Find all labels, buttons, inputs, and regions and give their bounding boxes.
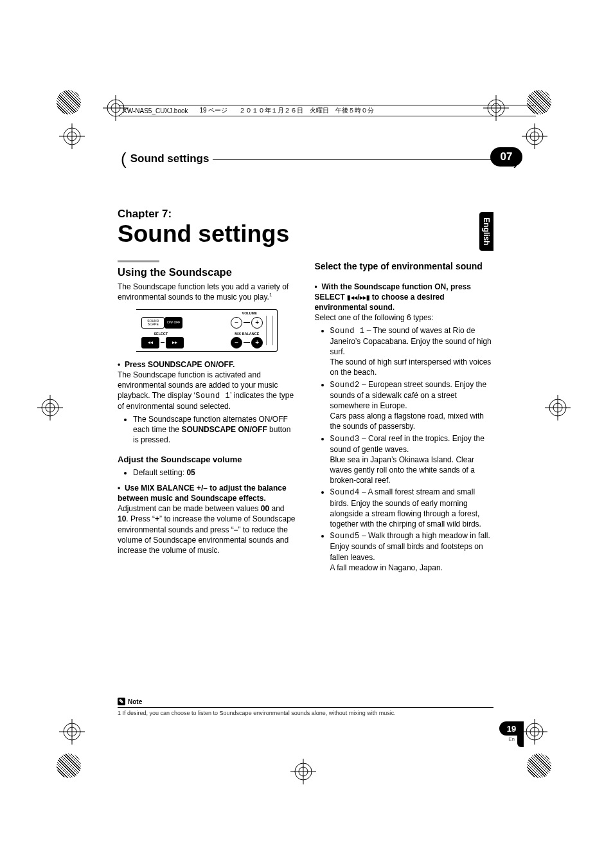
right-column: Select the type of environmental sound •…	[315, 260, 494, 574]
hatched-circle	[527, 754, 551, 778]
hatched-circle	[57, 754, 81, 778]
intro-paragraph: The Soundscape function lets you add a v…	[118, 282, 297, 302]
note-icon: ✎	[118, 698, 125, 705]
select-next-button	[166, 337, 184, 348]
sub-bullet-list: Default setting: 05	[118, 467, 297, 478]
step-body: The Soundscape function is activated and…	[118, 370, 297, 412]
prev-track-icon	[347, 293, 357, 302]
registration-mark-icon	[290, 759, 316, 784]
hatched-circle	[57, 90, 81, 114]
note-tag: ✎ Note	[118, 698, 142, 705]
page-number-badge: 19 En	[476, 721, 524, 745]
chapter-heading: Chapter 7: Sound settings	[118, 208, 289, 247]
section-rule	[118, 260, 159, 262]
registration-mark-icon	[522, 123, 547, 149]
remote-label-mixbalance: MIX BALANCE	[224, 332, 269, 336]
file-info-bar: XW-NAS5_CUXJ.book 19 ページ ２０１０年１月２６日 火曜日 …	[119, 105, 536, 116]
note-section: ✎ Note 1 If desired, you can choose to l…	[118, 694, 493, 716]
file-page: 19 ページ	[200, 106, 228, 115]
soundscape-button: SOUND SCAPE	[141, 317, 164, 329]
volume-minus-button: −	[231, 317, 242, 329]
registration-mark-icon	[522, 719, 547, 745]
mix-minus-button: −	[231, 337, 242, 348]
file-name: XW-NAS5_CUXJ.book	[123, 107, 188, 114]
segment-display-text: Sound 1	[195, 392, 230, 401]
running-head-title: Sound settings	[130, 152, 209, 165]
footnote-ref: 1	[269, 292, 272, 298]
remote-label-select: SELECT	[141, 332, 180, 336]
subsection-heading: Select the type of environmental sound	[315, 260, 494, 273]
remote-diagram: VOLUME SOUND SCAPE ON/ OFF − + SELECT MI…	[136, 309, 278, 352]
file-date: ２０１０年１月２６日 火曜日 午後５時０分	[239, 106, 374, 115]
next-icon	[172, 340, 177, 345]
onoff-button: ON/ OFF	[164, 317, 182, 329]
registration-mark-icon	[37, 395, 63, 420]
language-tab: English	[479, 212, 493, 251]
select-prev-button	[141, 337, 159, 348]
paren-icon: (	[121, 149, 127, 169]
segment-display-text: Sound5	[330, 532, 360, 541]
subsection-heading: Adjust the Soundscape volume	[118, 454, 297, 466]
segment-display-text: Sound4	[330, 488, 360, 497]
segment-display-text: Sound2	[330, 381, 360, 390]
prev-icon	[148, 340, 153, 345]
chapter-number-badge: 07	[490, 147, 522, 167]
sound-type-item: Sound3 – Coral reef in the tropics. Enjo…	[330, 433, 494, 486]
select-intro: Select one of the following 6 types:	[315, 312, 494, 323]
sound-type-item: Sound 1 – The sound of waves at Rio de J…	[330, 325, 494, 378]
mix-plus-button: +	[251, 337, 263, 348]
segment-display-text: Sound3	[330, 435, 360, 444]
step-lead: • Press SOUNDSCAPE ON/OFF.	[118, 359, 297, 370]
registration-mark-icon	[545, 395, 571, 420]
registration-mark-icon	[59, 719, 85, 745]
step-body: Adjustment can be made between values 00…	[118, 503, 297, 556]
note-rule	[118, 707, 493, 708]
segment-display-text: Sound 1	[330, 327, 365, 336]
default-setting: Default setting: 05	[133, 467, 297, 478]
running-head: ( Sound settings )	[121, 150, 519, 167]
remote-row: SOUND SCAPE ON/ OFF − +	[141, 317, 272, 329]
left-column: Using the Soundscape The Soundscape func…	[118, 260, 297, 574]
sound-type-list: Sound 1 – The sound of waves at Rio de J…	[315, 325, 494, 573]
sound-type-item: Sound4 – A small forest stream and small…	[330, 487, 494, 529]
rule-line	[213, 159, 510, 160]
volume-plus-button: +	[251, 317, 263, 329]
section-heading: Using the Soundscape	[118, 265, 297, 279]
registration-mark-icon	[59, 123, 85, 149]
step-lead: • Use MIX BALANCE +/– to adjust the bala…	[118, 483, 297, 503]
next-track-icon	[360, 293, 370, 302]
sub-bullet-list: The Soundscape function alternates ON/OF…	[118, 414, 297, 446]
chapter-label: Chapter 7:	[118, 208, 289, 221]
step-lead: • With the Soundscape function ON, press…	[315, 282, 494, 313]
note-text: 1 If desired, you can choose to listen t…	[118, 710, 493, 716]
sub-bullet: The Soundscape function alternates ON/OF…	[133, 414, 297, 446]
remote-label-volume: VOLUME	[227, 311, 272, 316]
chapter-title: Sound settings	[118, 222, 289, 247]
sound-type-item: Sound5 – Walk through a high meadow in f…	[330, 530, 494, 573]
remote-row: − +	[141, 337, 272, 348]
sound-type-item: Sound2 – European street sounds. Enjoy t…	[330, 379, 494, 432]
